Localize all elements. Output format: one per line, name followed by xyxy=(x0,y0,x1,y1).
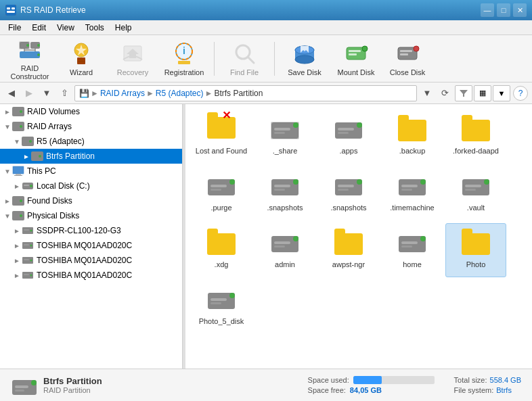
svg-point-62 xyxy=(357,122,362,128)
file-forked-daapd[interactable]: .forked-daapd xyxy=(445,110,506,164)
svg-rect-36 xyxy=(400,53,408,55)
file-snapshots2[interactable]: .snapshots xyxy=(318,166,379,220)
svg-rect-76 xyxy=(338,189,349,191)
file-share[interactable]: ._share xyxy=(254,110,315,164)
sidebar-item-btrfs-partition[interactable]: ► Btrfs Partition xyxy=(0,149,182,164)
status-total-value: 558.4 GB xyxy=(490,376,521,384)
help-button[interactable]: ? xyxy=(513,86,528,101)
status-free-row: Space free: 84,05 GB xyxy=(308,386,443,394)
save-disk-icon xyxy=(292,41,317,66)
refresh-button[interactable]: ⟳ xyxy=(437,86,452,101)
view-button[interactable]: ▦ xyxy=(474,85,491,101)
statusbar: Btrfs Partition RAID Partition Space use… xyxy=(0,369,532,401)
find-file-label: Find File xyxy=(230,68,259,76)
svg-rect-100 xyxy=(15,390,24,392)
file-purge[interactable]: .purge xyxy=(191,166,252,220)
progress-fill xyxy=(353,376,382,384)
back-button[interactable]: ◀ xyxy=(4,86,19,101)
menu-file[interactable]: File xyxy=(3,22,26,34)
expand-raid-arrays: ▼ xyxy=(3,123,12,131)
sidebar-item-found-disks[interactable]: ► Found Disks xyxy=(0,193,182,208)
sidebar-item-r5-adaptec[interactable]: ▼ R5 (Adaptec) xyxy=(0,134,182,149)
svg-rect-80 xyxy=(401,189,412,191)
menu-tools[interactable]: Tools xyxy=(80,22,110,34)
file-snapshots1[interactable]: .snapshots xyxy=(254,166,315,220)
app-icon xyxy=(5,5,16,16)
registration-icon: i xyxy=(171,41,197,66)
breadcrumb: 💾 ► RAID Arrays ► R5 (Adaptec) ► Btrfs P… xyxy=(79,89,263,98)
svg-point-78 xyxy=(420,179,426,185)
status-free-label: Space free: xyxy=(308,386,346,394)
expand-found-disks: ► xyxy=(3,197,12,205)
dropdown-button[interactable]: ▼ xyxy=(39,86,54,101)
svg-rect-87 xyxy=(274,241,290,244)
menu-view[interactable]: View xyxy=(51,22,80,34)
save-disk-button[interactable]: Save Disk xyxy=(280,39,329,79)
file-backup[interactable]: .backup xyxy=(382,110,443,164)
file-home[interactable]: home xyxy=(382,223,443,277)
find-file-button[interactable]: Find File xyxy=(220,39,269,79)
sidebar-item-local-disk[interactable]: ► Local Disk (C:) xyxy=(0,179,182,193)
sidebar-item-toshiba2[interactable]: ► TOSHIBA MQ01AAD020C xyxy=(0,253,182,268)
maximize-button[interactable]: □ xyxy=(497,3,510,17)
close-button[interactable]: ✕ xyxy=(513,3,527,17)
sidebar-item-physical-disks[interactable]: ▼ Physical Disks xyxy=(0,208,182,223)
sidebar-item-raid-arrays[interactable]: ▼ RAID Arrays xyxy=(0,119,182,134)
sidebar-item-ssdpr[interactable]: ► SSDPR-CL100-120-G3 xyxy=(0,223,182,238)
toshiba1-icon xyxy=(22,239,34,252)
file-apps[interactable]: .apps xyxy=(318,110,379,164)
dropdown-path-button[interactable]: ▼ xyxy=(420,86,435,101)
status-total-row: Total size: 558.4 GB xyxy=(454,376,521,384)
svg-point-94 xyxy=(229,293,235,298)
root-sep: 💾 xyxy=(79,89,89,98)
sidebar-item-raid-volumes[interactable]: ► RAID Volumes xyxy=(0,104,182,119)
bread-r5[interactable]: R5 (Adaptec) xyxy=(156,89,204,98)
sidebar-item-this-pc[interactable]: ▼ This PC xyxy=(0,164,182,179)
file-timemachine[interactable]: .timemachine xyxy=(382,166,443,220)
sidebar-label-this-pc: This PC xyxy=(27,166,56,176)
close-disk-button[interactable]: Close Disk xyxy=(383,39,432,79)
view-dropdown[interactable]: ▼ xyxy=(493,85,510,101)
sidebar-label-found-disks: Found Disks xyxy=(27,196,72,206)
status-fs-label: File system: xyxy=(454,386,494,394)
file-lost-and-found[interactable]: ✕ Lost and Found xyxy=(191,110,252,164)
svg-rect-92 xyxy=(401,245,412,247)
svg-text:i: i xyxy=(183,45,185,56)
forward-button[interactable]: ▶ xyxy=(22,86,37,101)
svg-rect-83 xyxy=(465,185,481,187)
mount-disk-button[interactable]: Mount Disk xyxy=(332,39,380,79)
svg-point-6 xyxy=(26,44,29,47)
raid-constructor-button[interactable]: RAID Constructor xyxy=(5,39,54,79)
recovery-button[interactable]: Recovery xyxy=(108,39,157,79)
svg-rect-0 xyxy=(5,5,16,16)
bread-raid-arrays[interactable]: RAID Arrays xyxy=(100,89,145,98)
expand-ssdpr: ► xyxy=(12,227,22,235)
file-photo5disk[interactable]: Photo_5_disk xyxy=(191,280,252,334)
svg-point-51 xyxy=(30,260,32,262)
file-awpst-ngr[interactable]: awpst-ngr xyxy=(318,223,379,277)
file-xdg[interactable]: .xdg xyxy=(191,223,252,277)
address-box: 💾 ► RAID Arrays ► R5 (Adaptec) ► Btrfs P… xyxy=(74,85,417,101)
filter-button[interactable] xyxy=(455,85,472,101)
file-admin[interactable]: admin xyxy=(254,223,315,277)
menu-help[interactable]: Help xyxy=(110,22,137,34)
file-icon-home xyxy=(396,231,428,258)
raid-constructor-icon xyxy=(17,37,43,62)
svg-rect-60 xyxy=(274,132,285,134)
minimize-button[interactable]: — xyxy=(481,3,494,17)
svg-rect-55 xyxy=(24,274,29,275)
physical-disks-icon xyxy=(12,210,24,222)
svg-rect-31 xyxy=(349,50,361,52)
wizard-button[interactable]: Wizard xyxy=(57,39,106,79)
file-vault[interactable]: .vault xyxy=(445,166,506,220)
expand-physical-disks: ▼ xyxy=(3,212,12,220)
sidebar-item-toshiba3[interactable]: ► TOSHIBA MQ01AAD020C xyxy=(0,268,182,283)
file-photo[interactable]: Photo xyxy=(445,223,506,277)
addressbar: ◀ ▶ ▼ ⇧ 💾 ► RAID Arrays ► R5 (Adaptec) ►… xyxy=(0,82,532,104)
registration-button[interactable]: i Registration xyxy=(160,39,208,79)
status-right: Total size: 558.4 GB File system: Btrfs xyxy=(454,376,521,394)
sidebar-item-toshiba1[interactable]: ► TOSHIBA MQ01AAD020C xyxy=(0,238,182,253)
up-button[interactable]: ⇧ xyxy=(57,86,72,101)
menu-edit[interactable]: Edit xyxy=(26,22,51,34)
svg-point-42 xyxy=(30,185,32,187)
